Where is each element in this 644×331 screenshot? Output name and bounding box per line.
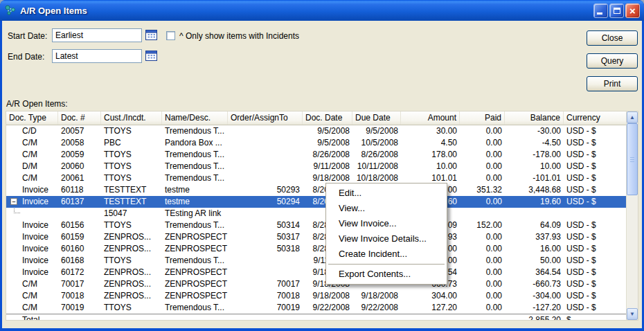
table-row[interactable]: C/M20061TTOYSTremendous T...9/18/200810/… [6,172,626,184]
cell-doc-type: Invoice [6,231,58,243]
maximize-icon [614,8,620,14]
cell-name-desc: Pandora Box ... [162,137,228,149]
cell-balance: 19.60 [505,196,564,208]
cell-order-assignto: 50317 [228,231,303,243]
cell-balance: 16.00 [505,243,564,255]
cell-name-desc: Tremendous T... [162,172,228,184]
app-icon [4,4,17,17]
cell-balance: -127.20 [505,302,564,314]
cell-paid: 351.32 [460,184,505,196]
cell-doc-date [303,314,352,320]
header-currency[interactable]: Currency [564,111,626,125]
cell-paid: 0.00 [460,255,505,267]
table-row[interactable]: D/M20060TTOYSTremendous T...9/11/200810/… [6,161,626,172]
header-due-date[interactable]: Due Date [352,111,401,125]
table-grid: Doc. TypeDoc. #Cust./Incdt.Name/Desc.Ord… [6,111,626,320]
print-button[interactable]: Print [587,76,638,91]
header-amount[interactable]: Amount [401,111,460,125]
cell-cust-incdt: TTOYS [101,125,162,137]
minimize-button[interactable] [593,3,608,18]
table-row[interactable]: C/D20057TTOYSTremendous T...9/5/20089/5/… [6,125,626,137]
cell-doc-type: C/M [6,137,58,149]
calendar-icon [145,50,158,62]
menu-item-view-invoice-details[interactable]: View Invoice Details... [326,231,447,247]
end-date-input[interactable] [52,49,142,63]
table-row[interactable]: C/M70017ZENPROS...ZENPROSPECT700179/18/2… [6,278,626,290]
header-cust-incdt[interactable]: Cust./Incdt. [101,111,162,125]
cell-doc-type: C/D [6,125,58,137]
window-title: A/R Open Items [20,6,593,16]
end-date-calendar-button[interactable] [145,50,158,62]
cell-paid: 0.00 [460,161,505,172]
table-row[interactable]: Invoice60168TTOYSTremendous T...9/11/200… [6,255,626,267]
cell-currency: USD - $ [564,196,626,208]
cell-due-date: 8/26/2008 [352,149,401,161]
cell-amount [401,314,460,320]
table-row[interactable]: Invoice60156TTOYSTremendous T...503148/2… [6,220,626,231]
cell-balance: 64.09 [505,220,564,231]
cell-doc: 70017 [58,278,101,290]
titlebar[interactable]: A/R Open Items × [0,0,644,21]
incidents-checkbox-label: ^ Only show items with Incidents [179,29,299,43]
cell-balance: -178.00 [505,149,564,161]
cell-doc-date: 9/11/2008 [303,161,352,172]
scroll-up-icon: ▲ [629,114,635,120]
maximize-button[interactable] [609,3,624,18]
table-row[interactable]: −Invoice60137TESTTEXTtestme502948/20/200… [6,196,626,208]
query-button[interactable]: Query [587,53,638,69]
cell-name-desc: Tremendous T... [162,220,228,231]
cell-amount: 178.00 [401,149,460,161]
table-row[interactable]: C/M70019TTOYSTremendous T...700199/22/20… [6,302,626,314]
table-row[interactable]: Invoice60118TESTTEXTtestme502938/20/2008… [6,184,626,196]
header-order-assignto[interactable]: Order/AssignTo [228,111,303,125]
cell-currency: USD - $ [564,231,626,243]
cell-doc-type: D/M [6,161,58,172]
collapse-icon[interactable]: − [10,198,17,205]
cell-currency: USD - $ [564,161,626,172]
cell-balance: -660.73 [505,278,564,290]
cell-doc [58,208,101,220]
titlebar-close-button[interactable]: × [625,3,640,18]
table-row[interactable]: Invoice60172ZENPROS...ZENPROSPECT9/18/20… [6,267,626,278]
start-date-input[interactable] [52,28,142,42]
cell-doc-type: C/M [6,278,58,290]
scroll-down-button[interactable]: ▼ [627,308,638,320]
cell-currency: USD - $ [564,172,626,184]
vertical-scrollbar[interactable]: ▲ ▼ [626,111,638,320]
end-date-label: End Date: [8,50,44,64]
cell-order-assignto: 70019 [228,302,303,314]
table-row[interactable]: Invoice60159ZENPROS...ZENPROSPECT503178/… [6,231,626,243]
header-doc-type[interactable]: Doc. Type [6,111,58,125]
header-name-desc[interactable]: Name/Desc. [162,111,228,125]
header-paid[interactable]: Paid [460,111,505,125]
header-doc[interactable]: Doc. # [58,111,101,125]
menu-item-edit[interactable]: Edit... [326,186,447,201]
cell-doc-type: −Invoice [6,196,58,208]
cell-currency: USD - $ [564,243,626,255]
table-row[interactable]: C/M20059TTOYSTremendous T...8/26/20088/2… [6,149,626,161]
header-doc-date[interactable]: Doc. Date [303,111,352,125]
table-row[interactable]: C/M20058PBCPandora Box ...9/5/200810/5/2… [6,137,626,149]
menu-item-create-incident[interactable]: Create Incident... [326,247,447,262]
menu-item-view[interactable]: View... [326,201,447,216]
cell-order-assignto [228,255,303,267]
cell-paid [460,314,505,320]
scroll-track[interactable] [627,123,638,308]
incidents-checkbox[interactable] [166,31,175,40]
table-child-row[interactable]: 15047TEsting AR link [6,208,626,220]
menu-item-export-contents[interactable]: Export Contents... [326,267,447,282]
cell-doc-type: C/M [6,290,58,302]
table-row[interactable]: Invoice60160ZENPROS...ZENPROSPECT503188/… [6,243,626,255]
table-total-row[interactable]: Total2,855.20$ [6,314,626,320]
cell-order-assignto [228,314,303,320]
menu-item-view-invoice[interactable]: View Invoice... [326,216,447,231]
minimize-icon [597,12,602,15]
cell-doc: 60156 [58,220,101,231]
header-balance[interactable]: Balance [505,111,564,125]
table-row[interactable]: C/M70018ZENPROS...ZENPROSPECT700189/18/2… [6,290,626,302]
close-button[interactable]: Close [587,30,638,46]
scroll-up-button[interactable]: ▲ [627,111,638,123]
start-date-calendar-button[interactable] [145,29,158,42]
cell-name-desc: ZENPROSPECT [162,278,228,290]
scroll-thumb[interactable] [627,123,638,195]
